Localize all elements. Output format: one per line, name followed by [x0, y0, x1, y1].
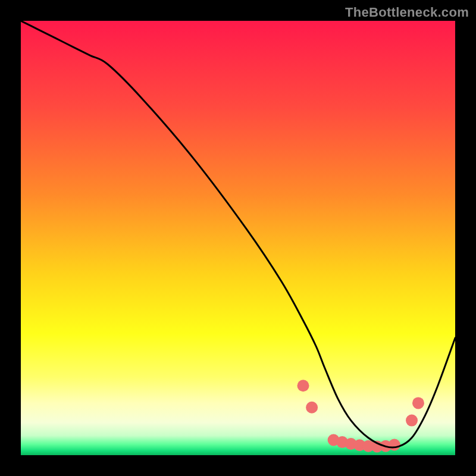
- gradient-background: [21, 21, 455, 455]
- data-marker: [389, 439, 400, 450]
- plot-area: [21, 21, 455, 455]
- data-marker: [298, 380, 309, 392]
- chart-canvas: [21, 21, 455, 455]
- attribution-label: TheBottleneck.com: [345, 5, 469, 20]
- data-marker: [406, 415, 418, 427]
- data-marker: [306, 402, 318, 414]
- chart-frame: TheBottleneck.com: [0, 0, 476, 476]
- data-marker: [412, 397, 424, 409]
